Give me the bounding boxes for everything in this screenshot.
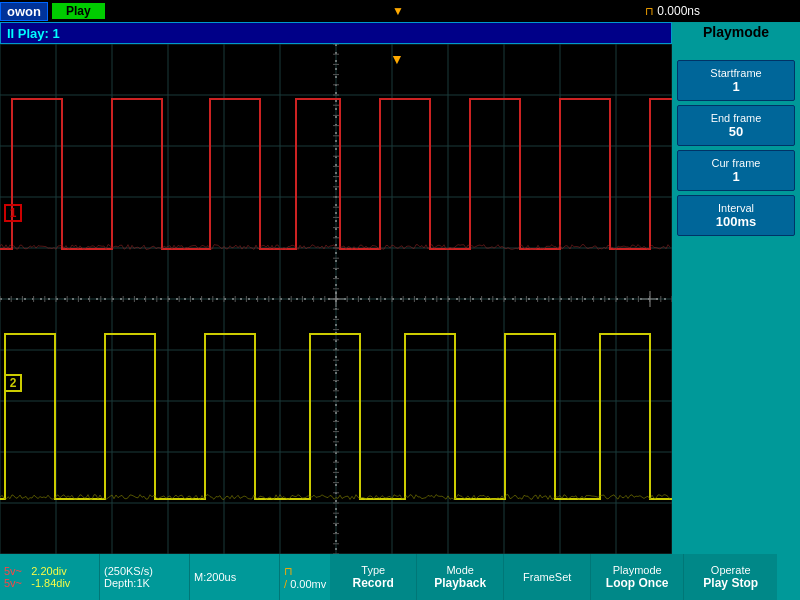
trigger-cell: ⊓ / 0.00mv	[280, 554, 330, 600]
mode-playback-btn[interactable]: Mode Playback	[417, 554, 504, 600]
curframe-btn[interactable]: Cur frame 1	[677, 150, 795, 191]
timebase-status: M:200us	[190, 554, 280, 600]
grid-canvas	[0, 44, 672, 554]
endframe-btn[interactable]: End frame 50	[677, 105, 795, 146]
frameset-btn[interactable]: FrameSet	[504, 554, 591, 600]
top-bar: owon Play ▼ ⊓ 0.000ns	[0, 0, 800, 22]
ch1-voltage: 5v~ 2.20div	[4, 565, 67, 577]
bottom-bar: 5v~ 2.20div 5v~ -1.84div (250KS/s) Depth…	[0, 554, 800, 600]
trigger-icon: ▼	[392, 4, 404, 18]
ch1-status: 5v~ 2.20div 5v~ -1.84div	[0, 554, 100, 600]
play-info-row: II Play: 1 Playmode	[0, 22, 800, 44]
play-indicator: Play	[52, 3, 105, 19]
ch2-voltage: 5v~ -1.84div	[4, 577, 70, 589]
operate-btn[interactable]: Operate Play Stop	[684, 554, 777, 600]
interval-btn[interactable]: Interval 100ms	[677, 195, 795, 236]
startframe-btn[interactable]: Startframe 1	[677, 60, 795, 101]
time-display: ⊓ 0.000ns	[645, 4, 700, 18]
logo: owon	[0, 2, 48, 21]
type-record-btn[interactable]: Type Record	[330, 554, 417, 600]
playmode-btn[interactable]: Playmode Loop Once	[591, 554, 684, 600]
main-area: ▼ 1 2 Startframe 1 End frame 50 Cur fram…	[0, 44, 800, 554]
panel-title: Playmode	[703, 24, 769, 40]
scope-display: ▼ 1 2	[0, 44, 672, 554]
ch2-label: 2	[4, 374, 22, 392]
right-panel: Startframe 1 End frame 50 Cur frame 1 In…	[672, 44, 800, 554]
ch1-label: 1	[4, 204, 22, 222]
sample-status: (250KS/s) Depth:1K	[100, 554, 190, 600]
play-info-bar: II Play: 1	[0, 22, 672, 44]
